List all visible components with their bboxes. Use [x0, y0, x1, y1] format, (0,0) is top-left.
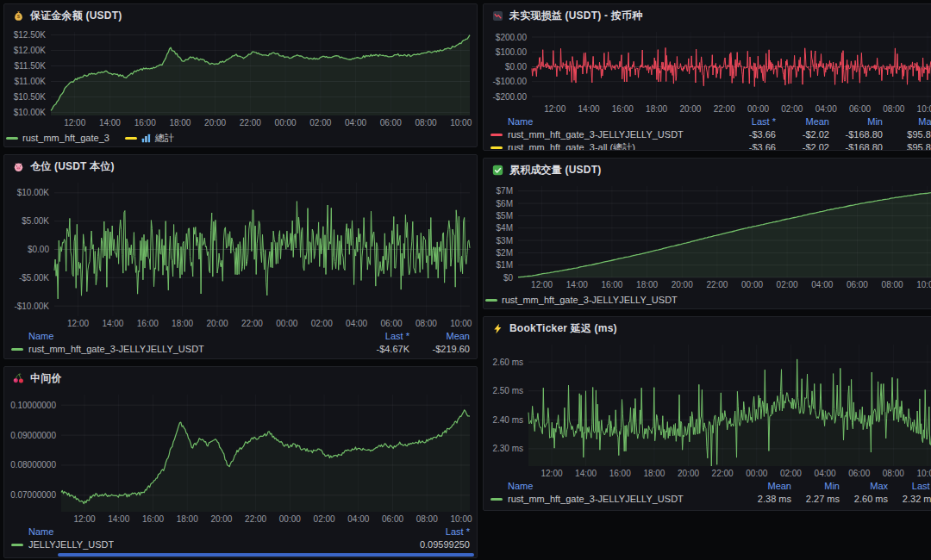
svg-text:20:00: 20:00 [679, 104, 701, 114]
panel-header-margin-balance[interactable]: $ 保证金余额 (USDT) [4, 4, 477, 27]
legend-col-header[interactable]: Max [883, 115, 931, 128]
svg-text:22:00: 22:00 [706, 280, 728, 289]
legend-col-header[interactable]: Last * [888, 480, 931, 493]
legend-value: 2.32 ms [888, 493, 931, 506]
svg-text:12:00: 12:00 [64, 118, 85, 128]
svg-text:$0.00: $0.00 [28, 245, 49, 254]
svg-text:-$10.00K: -$10.00K [14, 302, 49, 311]
chart-svg: $7M$6M$5M$4M$3M$2M$1M$012:0014:0016:0018… [484, 181, 931, 290]
svg-text:00:00: 00:00 [279, 514, 301, 524]
mid-price-chart[interactable]: 0.100000000.090000000.080000000.07000000… [4, 389, 477, 525]
legend-row[interactable]: JELLYJELLY_USDT0.09599250 [11, 538, 470, 551]
legend-col-header[interactable]: Last * [349, 330, 409, 343]
svg-text:04:00: 04:00 [811, 280, 833, 289]
legend-value: 2.27 ms [791, 493, 840, 506]
position-chart[interactable]: $10.00K$5.00K$0.00-$5.00K-$10.00K12:0014… [4, 177, 477, 329]
svg-text:16:00: 16:00 [134, 118, 156, 128]
svg-text:22:00: 22:00 [714, 104, 735, 114]
svg-text:$5.00K: $5.00K [22, 216, 49, 226]
legend-row[interactable]: rust_mm_hft_gate_3-all (總計)-$3.66-$2.02-… [490, 141, 931, 150]
svg-text:$1M: $1M [497, 260, 513, 270]
panel-header-cumulative-volume[interactable]: 累积成交量 (USDT) [484, 159, 931, 181]
legend-label: 總計 [155, 132, 174, 145]
legend-row[interactable]: rust_mm_hft_gate_3-JELLYJELLY_USDT-$3.66… [490, 128, 931, 141]
series-color-dash [490, 134, 503, 136]
legend-col-header[interactable]: Min [829, 115, 883, 128]
svg-text:0.10000000: 0.10000000 [10, 401, 56, 410]
svg-text:$11.50K: $11.50K [14, 61, 46, 71]
panel-header-mid-price[interactable]: 中间价 [4, 367, 477, 389]
svg-text:$7M: $7M [497, 186, 513, 196]
series-color-dash [11, 544, 23, 546]
legend-item[interactable]: 總計 [125, 132, 174, 145]
svg-text:00:00: 00:00 [275, 118, 297, 128]
svg-text:18:00: 18:00 [177, 514, 198, 524]
legend-col-name[interactable]: Name [11, 526, 394, 538]
svg-text:0.07000000: 0.07000000 [10, 490, 56, 500]
legend-value: -$3.66 [722, 128, 776, 141]
panel-header-bookticker-latency[interactable]: BookTicker 延迟 (ms) [484, 317, 931, 339]
svg-text:06:00: 06:00 [849, 104, 871, 114]
legend-item[interactable]: rust_mm_hft_gate_3 [6, 132, 109, 145]
legend-value: -$168.80 [829, 141, 883, 150]
panel-header-position[interactable]: 仓位 (USDT 本位) [4, 155, 477, 177]
check-icon [492, 164, 504, 176]
svg-text:14:00: 14:00 [578, 104, 599, 114]
svg-text:00:00: 00:00 [747, 104, 769, 114]
legend-col-header[interactable]: Mean [743, 480, 791, 493]
legend-col-header[interactable]: Last * [394, 526, 470, 538]
legend-col-header[interactable]: Max [840, 480, 888, 493]
legend-col-header[interactable]: Last * [722, 115, 776, 128]
svg-text:16:00: 16:00 [601, 280, 622, 289]
series-color-dash [485, 299, 497, 302]
svg-text:02:00: 02:00 [780, 469, 802, 478]
bookticker-latency-chart[interactable]: 2.60 ms2.50 ms2.40 ms2.30 ms12:0014:0016… [484, 339, 931, 479]
margin-balance-chart[interactable]: $12.50K$12.00K$11.50K$11.00K$10.50K$10.0… [4, 27, 477, 128]
legend-col-header[interactable]: Min [791, 480, 840, 493]
svg-text:0.08000000: 0.08000000 [10, 460, 56, 470]
svg-text:04:00: 04:00 [347, 514, 369, 524]
svg-text:22:00: 22:00 [241, 319, 263, 328]
panel-title: 仓位 (USDT 本位) [30, 159, 115, 174]
series-name: JELLYJELLY_USDT [28, 538, 114, 551]
svg-text:$2M: $2M [497, 248, 513, 258]
svg-text:12:00: 12:00 [540, 469, 562, 478]
legend-col-header[interactable]: Mean [409, 330, 470, 343]
svg-text:06:00: 06:00 [380, 118, 402, 128]
svg-text:14:00: 14:00 [566, 280, 588, 289]
money-bag-icon: $ [13, 9, 25, 22]
svg-text:22:00: 22:00 [240, 118, 261, 128]
svg-text:08:00: 08:00 [882, 280, 903, 289]
panel-margin-balance: $ 保证金余额 (USDT) $12.50K$12.00K$11.50K$11.… [3, 3, 478, 147]
legend-col-name[interactable]: Name [11, 330, 349, 343]
legend-col-header[interactable]: Mean [776, 115, 829, 128]
legend-col-name[interactable]: Name [490, 480, 743, 493]
svg-text:-$100.00: -$100.00 [493, 77, 528, 86]
legend-label: rust_mm_hft_gate_3 [22, 132, 109, 145]
legend-col-name[interactable]: Name [490, 115, 722, 128]
position-legend: NameLast *Meanrust_mm_hft_gate_3-JELLYJE… [4, 329, 477, 358]
svg-text:$10.00K: $10.00K [14, 108, 47, 117]
panel-title: 中间价 [30, 371, 62, 386]
legend-value: -$2.02 [776, 141, 829, 150]
svg-text:14:00: 14:00 [99, 118, 121, 128]
svg-text:18:00: 18:00 [646, 104, 667, 114]
svg-text:2.30 ms: 2.30 ms [492, 444, 523, 453]
series-color-dash [490, 498, 503, 501]
svg-text:10:00: 10:00 [916, 280, 931, 289]
panel-header-unrealized-pnl[interactable]: 未实现损益 (USDT) - 按币种 [484, 4, 931, 27]
svg-text:10:00: 10:00 [450, 319, 472, 328]
svg-text:18:00: 18:00 [169, 118, 191, 128]
horizontal-scrollbar[interactable] [58, 553, 474, 557]
panel-title: 未实现损益 (USDT) - 按币种 [509, 9, 642, 23]
legend-item[interactable]: rust_mm_hft_gate_3-JELLYJELLY_USDT [485, 294, 678, 307]
svg-text:08:00: 08:00 [416, 319, 437, 328]
panel-title: 累积成交量 (USDT) [509, 163, 601, 177]
cumulative-volume-chart[interactable]: $7M$6M$5M$4M$3M$2M$1M$012:0014:0016:0018… [484, 181, 931, 290]
legend-row[interactable]: rust_mm_hft_gate_3-JELLYJELLY_USDT-$4.67… [11, 343, 470, 356]
svg-text:$4M: $4M [497, 223, 513, 233]
legend-row[interactable]: rust_mm_hft_gate_3-JELLYJELLY_USDT2.38 m… [490, 493, 931, 506]
unrealized-pnl-legend: NameLast *MeanMinMaxrust_mm_hft_gate_3-J… [484, 115, 931, 150]
unrealized-pnl-chart[interactable]: $200.00$100.00$0.00-$100.00-$200.0012:00… [484, 27, 931, 115]
svg-text:18:00: 18:00 [643, 469, 665, 478]
